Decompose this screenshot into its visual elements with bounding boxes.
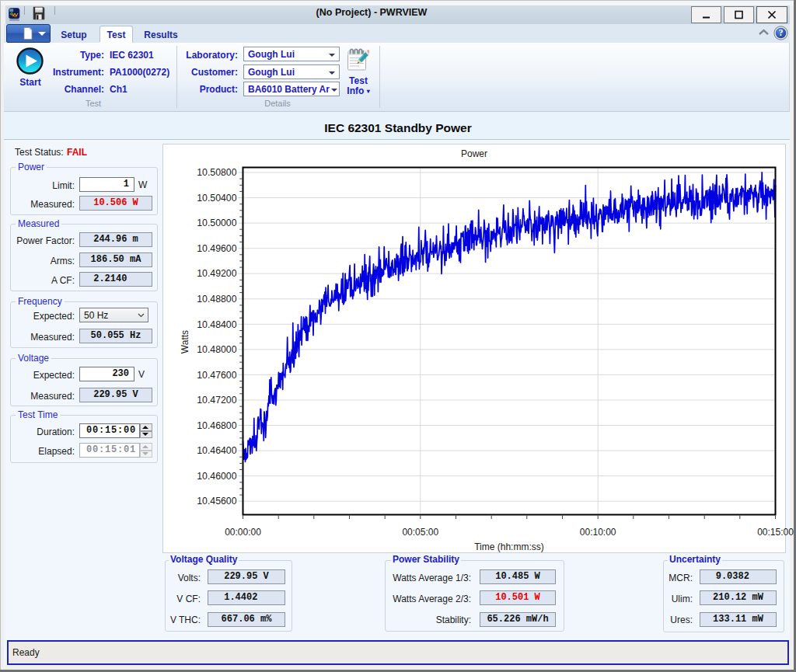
svg-text:10.46400: 10.46400: [197, 445, 236, 456]
svg-text:Power: Power: [461, 148, 487, 159]
svg-text:00:10:00: 00:10:00: [580, 527, 616, 538]
svg-text:00:15:00: 00:15:00: [757, 527, 794, 538]
svg-text:10.46800: 10.46800: [197, 420, 236, 431]
svg-text:10.50400: 10.50400: [197, 193, 236, 204]
svg-text:Time (hh:mm:ss): Time (hh:mm:ss): [474, 541, 544, 552]
svg-text:10.46000: 10.46000: [197, 471, 236, 482]
svg-text:10.48800: 10.48800: [197, 294, 236, 305]
svg-text:00:05:00: 00:05:00: [402, 527, 438, 538]
svg-text:10.48000: 10.48000: [197, 344, 236, 355]
svg-text:00:00:00: 00:00:00: [225, 527, 261, 538]
svg-text:Watts: Watts: [180, 330, 190, 353]
svg-text:10.50800: 10.50800: [197, 167, 236, 178]
svg-text:10.50000: 10.50000: [197, 218, 236, 228]
svg-text:10.45600: 10.45600: [197, 496, 236, 507]
svg-text:10.47200: 10.47200: [197, 395, 236, 406]
svg-text:10.49200: 10.49200: [197, 268, 236, 279]
svg-text:10.48400: 10.48400: [197, 319, 236, 330]
svg-text:10.47600: 10.47600: [197, 370, 236, 381]
svg-text:10.49600: 10.49600: [197, 243, 236, 254]
